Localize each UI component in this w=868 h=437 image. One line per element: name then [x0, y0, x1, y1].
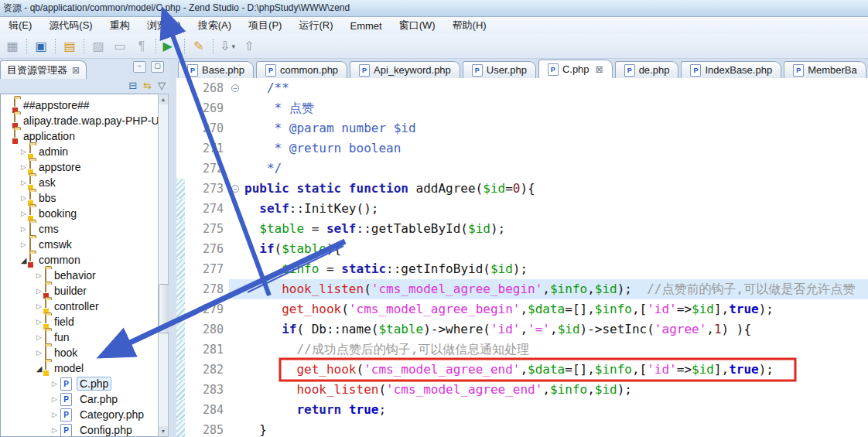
- tree-item-car-php[interactable]: ▷PCar.php: [1, 391, 158, 407]
- code-text[interactable]: $table = self::getTableById($id);: [244, 219, 868, 239]
- tree-item-builder[interactable]: ▷builder: [1, 283, 158, 299]
- sidebar-splitter[interactable]: [169, 59, 176, 437]
- fold-column[interactable]: [229, 199, 244, 219]
- code-text[interactable]: hook_listen('cms_model_agree_end',$info,…: [244, 380, 868, 400]
- library-icon[interactable]: ▤: [60, 37, 80, 56]
- close-tab-icon[interactable]: ⊠: [596, 64, 603, 75]
- fold-column[interactable]: −: [229, 78, 244, 98]
- link-with-editor-icon[interactable]: ⇆: [143, 80, 152, 91]
- expand-arrow-icon[interactable]: ▷: [49, 411, 60, 418]
- line-number[interactable]: 278: [185, 279, 229, 299]
- line-number[interactable]: 280: [185, 319, 229, 340]
- line-number[interactable]: 274: [185, 199, 229, 219]
- line-number[interactable]: 285: [185, 420, 229, 437]
- menu-item-r[interactable]: 运行(R): [290, 17, 341, 34]
- expand-arrow-icon[interactable]: ▷: [49, 380, 60, 387]
- run-icon[interactable]: ▶▾: [160, 37, 180, 56]
- menu-item-h[interactable]: 帮助(H): [444, 17, 495, 34]
- tree-item-appstore[interactable]: ##appstore##: [1, 97, 158, 113]
- fold-column[interactable]: [229, 138, 244, 159]
- menu-item-w[interactable]: 窗口(W): [391, 17, 444, 34]
- line-number[interactable]: 273: [185, 179, 229, 199]
- code-text[interactable]: //成功点赞后的钩子,可以做信息通知处理: [244, 340, 868, 360]
- fold-column[interactable]: [229, 159, 244, 179]
- project-explorer-view-tab[interactable]: 目资源管理器 ⊠: [0, 60, 87, 79]
- code-text[interactable]: }: [244, 420, 868, 437]
- fold-column[interactable]: [229, 299, 244, 319]
- line-number[interactable]: 277: [185, 259, 229, 279]
- tree-item-booking[interactable]: ▷booking: [1, 206, 158, 221]
- line-number[interactable]: 279: [185, 299, 229, 319]
- line-number[interactable]: 271: [185, 138, 229, 159]
- tree-item-appstore[interactable]: ▷appstore: [1, 159, 158, 175]
- tree-item-cms[interactable]: ▷cms: [1, 221, 158, 237]
- paragraph-icon[interactable]: ¶: [132, 37, 152, 56]
- line-number[interactable]: 269: [185, 98, 229, 118]
- line-number[interactable]: 272: [185, 159, 229, 179]
- collapse-fold-icon[interactable]: −: [231, 84, 239, 92]
- editor-tab-c-php[interactable]: PC.php⊠: [538, 60, 613, 79]
- menu-item-e[interactable]: 辑(E): [0, 17, 40, 34]
- fold-column[interactable]: [229, 360, 244, 380]
- code-editor[interactable]: 268− /**269 * 点赞270 * @param number $id2…: [176, 78, 868, 437]
- editor-tab-memberba[interactable]: PMemberBa: [784, 61, 866, 78]
- code-text[interactable]: self::InitKey();: [244, 199, 868, 219]
- code-text[interactable]: /**: [244, 78, 868, 98]
- fold-column[interactable]: [229, 98, 244, 118]
- fold-column[interactable]: [229, 239, 244, 259]
- code-text[interactable]: public static function addAgree($id=0){: [244, 179, 868, 199]
- console-icon[interactable]: ▣: [31, 37, 51, 56]
- tree-item-config-php[interactable]: ▷PConfig.php: [1, 422, 158, 437]
- code-text[interactable]: if($table){: [244, 239, 868, 259]
- tree-item-controller[interactable]: ▷controller: [1, 299, 158, 314]
- expand-arrow-icon[interactable]: ▷: [49, 426, 60, 434]
- line-number[interactable]: 283: [185, 380, 229, 400]
- tree-item-cmswk[interactable]: ▷cmswk: [1, 237, 158, 252]
- editor-tab-user-php[interactable]: PUser.php: [463, 61, 536, 78]
- tree-item-bbs[interactable]: ▷bbs: [1, 190, 158, 206]
- paint-icon[interactable]: ✎: [189, 37, 209, 56]
- expand-arrow-icon[interactable]: ▷: [33, 349, 45, 357]
- expand-arrow-icon[interactable]: ▷: [49, 395, 60, 403]
- fold-column[interactable]: −: [229, 179, 244, 199]
- tree-item-ask[interactable]: ▷ask: [1, 175, 158, 190]
- tree-item-fun[interactable]: ▷fun: [1, 329, 158, 345]
- tree-item-category-php[interactable]: ▷PCategory.php: [1, 407, 158, 422]
- import-icon[interactable]: ⇩▾: [217, 37, 238, 56]
- fold-column[interactable]: [229, 420, 244, 437]
- scroll-up-icon[interactable]: ▲: [159, 94, 168, 104]
- expand-arrow-icon[interactable]: ▷: [33, 333, 45, 341]
- document-icon[interactable]: ▭: [110, 37, 130, 56]
- maximize-view-icon[interactable]: ▢: [151, 61, 164, 73]
- fold-column[interactable]: [229, 219, 244, 239]
- code-text[interactable]: * @return boolean: [244, 138, 868, 159]
- code-text[interactable]: hook_listen('cms_model_agree_begin',$inf…: [244, 279, 868, 299]
- line-number[interactable]: 275: [185, 219, 229, 239]
- tree-scrollbar[interactable]: ▲ ▼: [158, 94, 169, 437]
- editor-tab-api-keyword-php[interactable]: PApi_keyword.php: [350, 61, 460, 78]
- fold-column[interactable]: [229, 400, 244, 420]
- expand-arrow-icon[interactable]: ▷: [18, 241, 29, 248]
- menu-item-n[interactable]: 浏览(N): [138, 17, 190, 34]
- view-menu-icon[interactable]: ▽: [158, 80, 166, 91]
- code-text[interactable]: * @param number $id: [244, 118, 868, 138]
- collapse-fold-icon[interactable]: −: [231, 185, 239, 193]
- menu-item-s[interactable]: 源代码(S): [40, 17, 101, 34]
- editor-tab-de-php[interactable]: Pde.php: [615, 61, 679, 78]
- code-text[interactable]: if( Db::name($table)->where('id','=',$id…: [244, 319, 868, 340]
- code-text[interactable]: get_hook('cms_model_agree_end',$data=[],…: [244, 360, 868, 380]
- tree-item-alipay-trade-wap-pay-php-utf[interactable]: alipay.trade.wap.pay-PHP-UTF-: [1, 113, 158, 128]
- collapse-all-icon[interactable]: ⊟: [128, 80, 137, 91]
- editor-tab-indexbase-php[interactable]: PIndexBase.php: [681, 61, 781, 78]
- tree-item-field[interactable]: ▷field: [1, 314, 158, 329]
- code-text[interactable]: */: [244, 159, 868, 179]
- fold-column[interactable]: [229, 340, 244, 360]
- fold-column[interactable]: [229, 279, 244, 299]
- script-icon[interactable]: ▨: [88, 37, 108, 56]
- line-number[interactable]: 270: [185, 118, 229, 138]
- tree-item-c-php[interactable]: ▷PC.php: [1, 376, 158, 391]
- menu-item-a[interactable]: 搜索(A): [190, 17, 240, 34]
- tree-item-common[interactable]: ◢common: [1, 252, 158, 268]
- menu-item-item[interactable]: 重构: [101, 17, 138, 34]
- menu-item-p[interactable]: 项目(P): [240, 17, 290, 34]
